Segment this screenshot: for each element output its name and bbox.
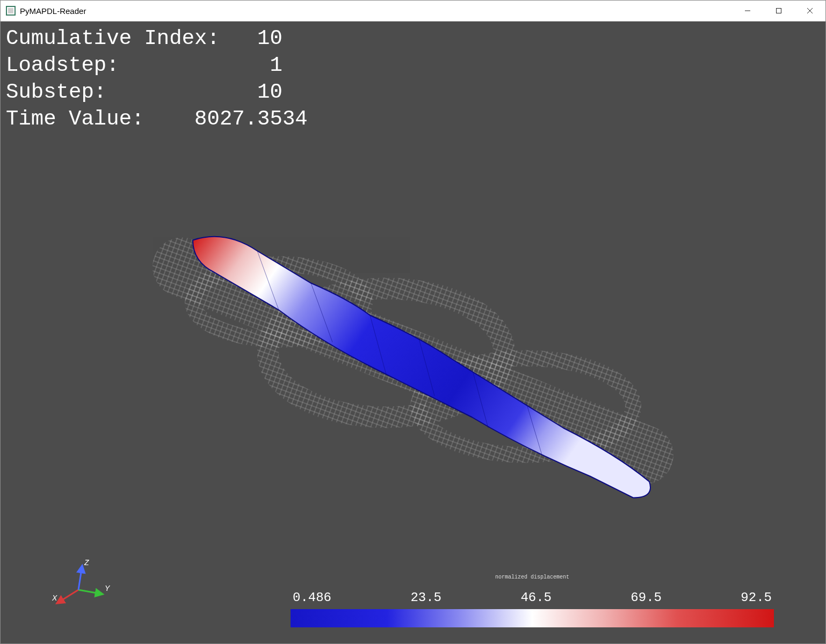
info-line-4: Time Value: 8027.3534 (6, 107, 308, 131)
model-render (118, 175, 708, 524)
axis-y-label: Y (105, 584, 111, 592)
svg-line-14 (78, 590, 103, 594)
window-title: PyMAPDL-Reader (20, 6, 86, 16)
colorbar-tick: 23.5 (410, 590, 441, 605)
maximize-button[interactable] (763, 1, 794, 21)
axis-triad: X Y Z (49, 558, 113, 611)
colorbar-title: normalized displacement (495, 574, 569, 580)
axis-x-label: X (52, 594, 57, 602)
colorbar-tick: 0.486 (293, 590, 331, 605)
window-controls (732, 1, 825, 21)
minimize-button[interactable] (732, 1, 763, 21)
app-window: PyMAPDL-Reader Cumulative Index: 10 Load… (0, 0, 826, 644)
colorbar-tick: 69.5 (631, 590, 662, 605)
app-icon (6, 6, 16, 16)
render-viewport[interactable]: Cumulative Index: 10 Loadstep: 1 Substep… (1, 21, 825, 643)
result-info-overlay: Cumulative Index: 10 Loadstep: 1 Substep… (6, 26, 308, 133)
axis-z-label: Z (84, 558, 89, 567)
titlebar[interactable]: PyMAPDL-Reader (1, 1, 825, 21)
colorbar: normalized displacement 0.486 23.5 46.5 … (291, 590, 774, 627)
info-line-3: Substep: 10 (6, 80, 282, 104)
info-line-1: Cumulative Index: 10 (6, 27, 282, 50)
info-line-2: Loadstep: 1 (6, 54, 282, 77)
colorbar-tick: 92.5 (741, 590, 772, 605)
colorbar-gradient (291, 609, 774, 627)
svg-line-13 (57, 590, 78, 603)
svg-line-15 (78, 566, 82, 590)
colorbar-tick: 46.5 (520, 590, 552, 605)
colorbar-ticks: 0.486 23.5 46.5 69.5 92.5 (291, 590, 774, 609)
close-button[interactable] (794, 1, 825, 21)
svg-rect-1 (777, 9, 781, 13)
